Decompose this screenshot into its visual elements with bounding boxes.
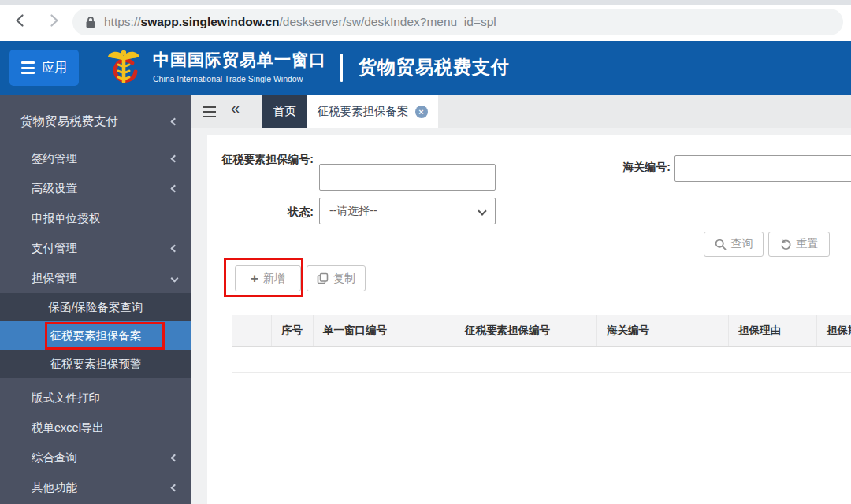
sidebar-item-label: 综合查询: [32, 450, 77, 465]
sidebar-item[interactable]: 高级设置: [0, 173, 191, 203]
tabbar-hamburger-icon[interactable]: [203, 106, 216, 117]
add-button[interactable]: + 新增: [235, 265, 301, 291]
results-table: 序号单一窗口编号征税要素担保编号海关编号担保理由担保期限: [232, 315, 851, 373]
sidebar-root-item[interactable]: 货物贸易税费支付: [0, 104, 191, 139]
module-title: 货物贸易税费支付: [359, 55, 510, 80]
table-column-header: 海关编号: [597, 315, 729, 346]
tab-label: 征税要素担保备案: [318, 104, 409, 119]
page: https://swapp.singlewindow.cn/deskserver…: [0, 0, 851, 504]
url-text: https://swapp.singlewindow.cn/deskserver…: [104, 15, 496, 29]
table-column-header: 单一窗口编号: [314, 315, 455, 346]
apps-menu-label: 应用: [42, 60, 67, 76]
sidebar-item-label: 申报单位授权: [32, 211, 100, 226]
sidebar-submenu: 保函/保险备案查询征税要素担保备案征税要素担保预警: [0, 293, 191, 378]
browser-forward-icon[interactable]: [44, 11, 63, 30]
chevron-left-icon: [171, 454, 179, 461]
sidebar-item[interactable]: 申报单位授权: [0, 203, 191, 233]
guarantee-no-input[interactable]: [319, 164, 496, 191]
table-column-header: 征税要素担保编号: [455, 315, 597, 346]
apps-menu-button[interactable]: 应用: [9, 50, 79, 86]
guarantee-no-label: 征税要素担保编号:: [221, 152, 314, 167]
sidebar-item[interactable]: 税单excel导出: [0, 413, 191, 443]
brand-text: 中国国际贸易单一窗口 China International Trade Sin…: [153, 49, 326, 83]
brand-subtitle: China International Trade Single Window: [153, 74, 326, 83]
sidebar: 货物贸易税费支付 签约管理高级设置申报单位授权支付管理担保管理保函/保险备案查询…: [0, 94, 191, 504]
table-column-header: [232, 315, 272, 346]
sidebar-subitem-label: 保函/保险备案查询: [48, 300, 143, 315]
sidebar-root-label: 货物贸易税费支付: [20, 113, 118, 130]
table-column-header: 担保理由: [729, 315, 817, 346]
reset-button[interactable]: 重置: [768, 232, 830, 257]
chevron-left-icon: [171, 184, 179, 192]
sidebar-subitem-label: 征税要素担保预警: [50, 357, 142, 372]
sidebar-item[interactable]: 签约管理: [0, 143, 191, 173]
brand-title: 中国国际贸易单一窗口: [153, 49, 326, 71]
url-scheme: https://: [104, 15, 141, 28]
table-header-row: 序号单一窗口编号征税要素担保编号海关编号担保理由担保期限: [232, 315, 851, 346]
url-domain: swapp.singlewindow.cn: [141, 15, 280, 28]
apps-hamburger-icon: [21, 61, 35, 74]
chevron-left-icon: [171, 117, 179, 125]
browser-address-bar[interactable]: https://swapp.singlewindow.cn/deskserver…: [72, 9, 843, 35]
chevron-down-icon: [171, 274, 179, 282]
chevron-left-icon: [171, 154, 179, 162]
table-column-header: 序号: [272, 315, 314, 346]
table-empty-row: [232, 346, 851, 373]
sidebar-item[interactable]: 支付管理: [0, 233, 191, 263]
search-icon: [715, 239, 727, 250]
browser-tabstrip-edge: [0, 0, 851, 5]
reset-button-label: 重置: [797, 237, 819, 251]
sidebar-subitem[interactable]: 征税要素担保预警: [0, 350, 191, 378]
status-select[interactable]: --请选择--: [319, 198, 496, 224]
reset-icon: [780, 239, 792, 250]
plus-icon: +: [251, 272, 258, 285]
sidebar-subitem-selected[interactable]: 征税要素担保备案: [0, 321, 191, 350]
chevron-left-icon: [171, 484, 179, 491]
browser-chrome: https://swapp.singlewindow.cn/deskserver…: [0, 0, 851, 41]
copy-icon: [317, 272, 329, 284]
sidebar-item-label: 版式文件打印: [32, 391, 100, 406]
sidebar-item-label: 签约管理: [32, 151, 77, 166]
copy-button[interactable]: 复制: [307, 265, 366, 291]
browser-back-icon[interactable]: [11, 11, 30, 30]
chevron-down-icon: [478, 206, 486, 215]
header-divider: [340, 54, 343, 82]
search-button-label: 查询: [731, 237, 753, 251]
table-column-header: 担保期限: [817, 315, 851, 346]
status-select-value: --请选择--: [329, 204, 377, 218]
tab-guarantee-filing[interactable]: 征税要素担保备案×: [307, 94, 438, 128]
tab-label: 首页: [273, 104, 296, 119]
sidebar-subitem[interactable]: 保函/保险备案查询: [0, 293, 191, 321]
tab-close-icon[interactable]: ×: [415, 106, 428, 118]
sidebar-item[interactable]: 其他功能: [0, 472, 191, 502]
app-header: 应用 中国国际贸易单一窗口 China International Trade …: [0, 41, 851, 94]
sidebar-menu: 签约管理高级设置申报单位授权支付管理担保管理保函/保险备案查询征税要素担保备案征…: [0, 143, 191, 502]
search-button[interactable]: 查询: [704, 232, 764, 257]
sidebar-item-label: 高级设置: [32, 181, 77, 196]
customs-no-input[interactable]: [674, 155, 851, 182]
sidebar-item[interactable]: 综合查询: [0, 443, 191, 472]
sidebar-subitem-label: 征税要素担保备案: [50, 328, 142, 343]
lock-icon: [85, 16, 96, 28]
copy-button-label: 复制: [333, 272, 355, 286]
chevron-left-icon: [171, 244, 179, 252]
sidebar-item-label: 支付管理: [32, 241, 77, 256]
sidebar-item-label: 其他功能: [32, 480, 77, 495]
status-label: 状态:: [221, 205, 314, 220]
tabbar-rewind-icon[interactable]: «: [231, 99, 240, 117]
add-button-label: 新增: [263, 272, 285, 286]
customs-logo-icon: [102, 47, 145, 90]
sidebar-item-label: 担保管理: [32, 271, 77, 286]
page-tabbar: « 首页征税要素担保备案×: [191, 94, 851, 128]
main-content: « 首页征税要素担保备案× 征税要素担保编号: 海关编号: 状态: --请选择-…: [191, 94, 851, 504]
sidebar-item[interactable]: 担保管理: [0, 263, 191, 293]
sidebar-item-label: 税单excel导出: [32, 421, 104, 435]
tab-home[interactable]: 首页: [262, 94, 307, 128]
customs-no-label: 海关编号:: [584, 160, 671, 175]
url-path: /deskserver/sw/deskIndex?menu_id=spl: [280, 15, 496, 28]
sidebar-item[interactable]: 版式文件打印: [0, 383, 191, 413]
